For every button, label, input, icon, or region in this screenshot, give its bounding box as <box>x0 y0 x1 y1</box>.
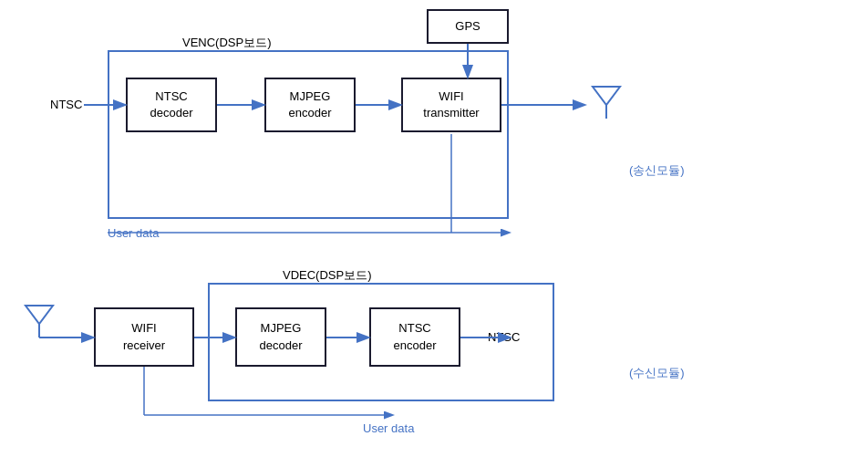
recv-module-label: (수신모듈) <box>629 365 685 381</box>
mjpeg-encoder-box: MJPEGencoder <box>264 78 356 132</box>
svg-marker-9 <box>26 306 53 324</box>
ntsc-decoder-box: NTSCdecoder <box>126 78 217 132</box>
venc-outer-box <box>108 50 509 219</box>
ntsc-top-label: NTSC <box>50 98 82 111</box>
user-data-top-label: User data <box>108 226 159 240</box>
ntsc-encoder-box: NTSCencoder <box>369 307 460 367</box>
mjpeg-decoder-box: MJPEGdecoder <box>235 307 326 367</box>
wifi-receiver-box: WIFIreceiver <box>94 307 194 367</box>
venc-label: VENC(DSP보드) <box>182 35 272 51</box>
gps-box: GPS <box>427 9 509 44</box>
vdec-label: VDEC(DSP보드) <box>283 267 372 284</box>
svg-marker-5 <box>593 87 620 105</box>
ntsc-bottom-label: NTSC <box>488 330 520 344</box>
wifi-transmitter-box: WIFItransmitter <box>401 78 501 132</box>
diagram: VENC(DSP보드) GPS NTSCdecoder MJPEGencoder… <box>0 0 868 457</box>
send-module-label: (송신모듈) <box>629 162 685 179</box>
user-data-bottom-label: User data <box>363 421 414 435</box>
